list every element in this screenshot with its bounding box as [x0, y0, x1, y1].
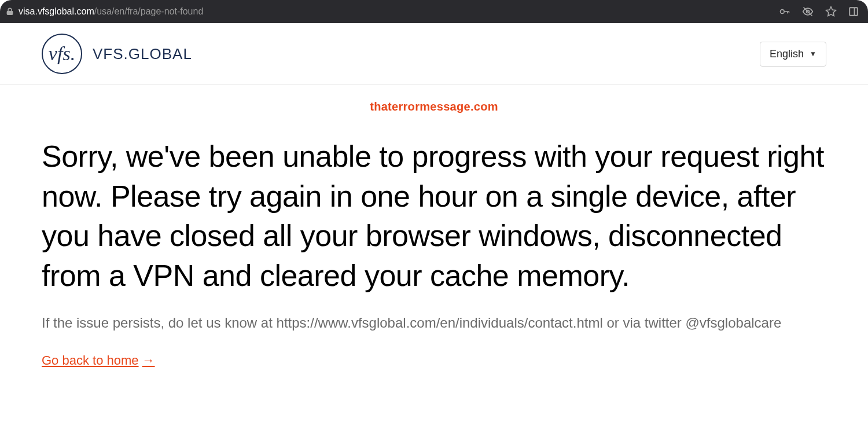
panel-icon[interactable]: [848, 6, 859, 17]
logo-brand-text: VFS.GLOBAL: [93, 45, 192, 63]
go-home-link[interactable]: Go back to home →: [42, 353, 155, 368]
error-heading: Sorry, we've been unable to progress wit…: [42, 137, 826, 296]
main-content: Sorry, we've been unable to progress wit…: [0, 113, 868, 391]
url-domain: visa.vfsglobal.com: [19, 6, 94, 16]
arrow-right-icon: →: [142, 353, 155, 368]
logo-circle-icon: vfs.: [42, 34, 82, 74]
watermark-text: thaterrormessage.com: [0, 100, 868, 113]
svg-marker-4: [826, 7, 836, 16]
eye-off-icon[interactable]: [802, 6, 814, 17]
url-display[interactable]: visa.vfsglobal.com/usa/en/fra/page-not-f…: [19, 6, 203, 17]
logo-script-text: vfs.: [49, 44, 75, 64]
lock-icon: [6, 8, 14, 16]
logo[interactable]: vfs. VFS.GLOBAL: [42, 34, 192, 74]
svg-rect-0: [7, 11, 12, 14]
language-selector[interactable]: English ▼: [760, 42, 826, 67]
key-icon[interactable]: [779, 6, 790, 17]
site-header: vfs. VFS.GLOBAL English ▼: [0, 23, 868, 85]
browser-address-bar: visa.vfsglobal.com/usa/en/fra/page-not-f…: [0, 0, 868, 23]
go-home-label: Go back to home: [42, 353, 139, 368]
star-icon[interactable]: [825, 6, 837, 17]
svg-rect-5: [849, 8, 858, 16]
chevron-down-icon: ▼: [810, 50, 816, 58]
svg-point-1: [781, 10, 785, 14]
error-subtext: If the issue persists, do let us know at…: [42, 312, 826, 333]
url-path: /usa/en/fra/page-not-found: [94, 6, 204, 16]
language-label: English: [770, 48, 804, 60]
